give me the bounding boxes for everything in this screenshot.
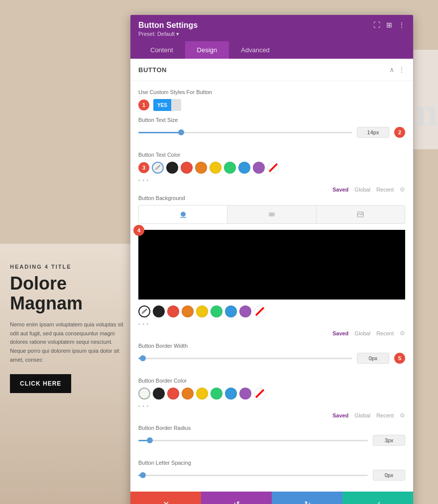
badge-4: 4	[133, 225, 144, 236]
bg-color-tabs-row: Saved Global Recent ⚙	[138, 330, 405, 337]
color-swatch-green[interactable]	[224, 162, 236, 174]
border-color-blue[interactable]	[225, 388, 237, 400]
border-color-orange[interactable]	[182, 388, 194, 400]
border-color-yellow[interactable]	[196, 388, 208, 400]
border-color-eraser[interactable]	[254, 388, 266, 400]
border-width-slider-container[interactable]	[138, 358, 352, 359]
bg-color-swatches	[138, 305, 405, 317]
tab-advanced[interactable]: Advanced	[229, 41, 282, 59]
text-color-more-dots[interactable]: • • •	[138, 178, 405, 183]
border-color-gear-icon[interactable]: ⚙	[400, 412, 405, 419]
panel-preset[interactable]: Preset: Default ▾	[138, 31, 198, 37]
toggle-no-area[interactable]	[171, 99, 181, 111]
bg-color-purple[interactable]	[239, 305, 251, 317]
more-options-icon[interactable]: ⋮	[398, 21, 405, 29]
color-swatch-purple[interactable]	[253, 162, 265, 174]
bg-tab-color[interactable]	[139, 205, 227, 223]
panel-bottom-bar: ✕ ↺ ↻ ✓	[130, 492, 413, 504]
border-color-tab-global[interactable]: Global	[354, 412, 370, 418]
color-swatch-red[interactable]	[181, 162, 193, 174]
tab-design[interactable]: Design	[185, 41, 229, 59]
bg-color-blue[interactable]	[225, 305, 237, 317]
letter-spacing-slider-track[interactable]	[138, 475, 368, 476]
text-color-dropper[interactable]	[152, 162, 164, 174]
page-heading-small: HEADING 4 TITLE	[10, 264, 124, 270]
color-swatch-blue[interactable]	[238, 162, 250, 174]
border-color-more-dots[interactable]: • • •	[138, 403, 405, 409]
bg-color-tab-saved[interactable]: Saved	[332, 330, 348, 336]
text-size-label: Button Text Size	[138, 117, 405, 123]
border-radius-slider-row: 3px	[138, 435, 405, 446]
bg-color-tab-recent[interactable]: Recent	[376, 330, 394, 336]
color-swatch-black[interactable]	[166, 162, 178, 174]
text-size-slider-track[interactable]	[138, 132, 352, 133]
text-size-slider-thumb[interactable]	[178, 129, 184, 135]
color-swatch-orange[interactable]	[195, 162, 207, 174]
border-width-slider-track[interactable]	[138, 358, 352, 359]
text-size-slider-row: 14px 2	[138, 127, 405, 138]
border-color-tab-saved[interactable]: Saved	[332, 412, 348, 418]
bg-color-red[interactable]	[167, 305, 179, 317]
panel-header-icons: ⛶ ⊞ ⋮	[373, 21, 405, 29]
toggle-yes-label[interactable]: YES	[153, 99, 171, 111]
color-tab-saved[interactable]: Saved	[332, 187, 348, 193]
section-title: Button	[138, 66, 167, 74]
text-size-slider-fill	[138, 132, 181, 133]
border-radius-slider-container[interactable]	[138, 440, 368, 441]
fullscreen-icon[interactable]: ⛶	[373, 21, 380, 29]
border-color-black[interactable]	[153, 388, 165, 400]
border-color-dropper[interactable]	[138, 388, 150, 400]
text-color-eraser[interactable]	[267, 162, 279, 174]
border-color-tab-recent[interactable]: Recent	[376, 412, 394, 418]
border-radius-slider-thumb[interactable]	[147, 437, 153, 443]
border-color-green[interactable]	[211, 388, 222, 400]
bg-color-gear-icon[interactable]: ⚙	[400, 330, 405, 337]
confirm-button[interactable]: ✓	[342, 492, 413, 504]
panel-header: Button Settings Preset: Default ▾ ⛶ ⊞ ⋮ …	[130, 15, 413, 59]
background-label: Button Background	[138, 195, 405, 201]
layout-icon[interactable]: ⊞	[386, 21, 392, 29]
bg-color-orange[interactable]	[182, 305, 194, 317]
border-width-label: Button Border Width	[138, 343, 405, 349]
collapse-icon[interactable]: ∧	[389, 66, 394, 74]
color-tab-recent[interactable]: Recent	[376, 187, 394, 193]
color-picker-black-area[interactable]	[138, 230, 405, 300]
page-body-text: Nemo enim ipsam voluptatem quia voluptas…	[10, 320, 124, 364]
color-tab-global[interactable]: Global	[354, 187, 370, 193]
click-here-button[interactable]: CLICK HERE	[10, 374, 71, 393]
text-size-slider-container[interactable]	[138, 132, 352, 133]
background-type-tabs	[138, 205, 405, 224]
tab-content[interactable]: Content	[138, 41, 185, 59]
bg-tab-gradient[interactable]	[227, 205, 316, 223]
color-swatch-yellow[interactable]	[210, 162, 221, 174]
letter-spacing-slider-thumb[interactable]	[140, 472, 146, 478]
border-radius-label: Button Border Radius	[138, 425, 405, 431]
undo-button[interactable]: ↺	[201, 492, 272, 504]
border-color-swatches	[138, 388, 405, 400]
border-radius-value[interactable]: 3px	[373, 435, 405, 446]
bg-color-tab-global[interactable]: Global	[354, 330, 370, 336]
toggle-switch[interactable]: YES	[153, 99, 181, 111]
bg-tab-image[interactable]	[317, 205, 405, 223]
letter-spacing-value[interactable]: 0px	[373, 470, 405, 481]
border-color-label: Button Border Color	[138, 378, 405, 384]
color-gear-icon[interactable]: ⚙	[400, 186, 405, 193]
border-color-purple[interactable]	[239, 388, 251, 400]
redo-button[interactable]: ↻	[272, 492, 342, 504]
bg-color-black[interactable]	[153, 305, 165, 317]
bg-color-eraser[interactable]	[254, 305, 266, 317]
text-size-value[interactable]: 14px	[357, 127, 389, 138]
button-section: Button ∧ ⋮ Use Custom Styles For Button …	[130, 59, 413, 492]
border-width-value[interactable]: 0px	[357, 353, 389, 364]
bg-color-yellow[interactable]	[196, 305, 208, 317]
border-color-red[interactable]	[167, 388, 179, 400]
border-width-slider-thumb[interactable]	[140, 355, 146, 361]
border-radius-slider-track[interactable]	[138, 440, 368, 441]
bg-color-green[interactable]	[211, 305, 222, 317]
cancel-button[interactable]: ✕	[130, 492, 201, 504]
settings-panel: Button Settings Preset: Default ▾ ⛶ ⊞ ⋮ …	[130, 15, 413, 504]
section-more-icon[interactable]: ⋮	[398, 66, 405, 74]
bg-color-more-dots[interactable]: • • •	[138, 321, 405, 327]
letter-spacing-slider-container[interactable]	[138, 475, 368, 476]
bg-dropper[interactable]	[138, 305, 150, 317]
